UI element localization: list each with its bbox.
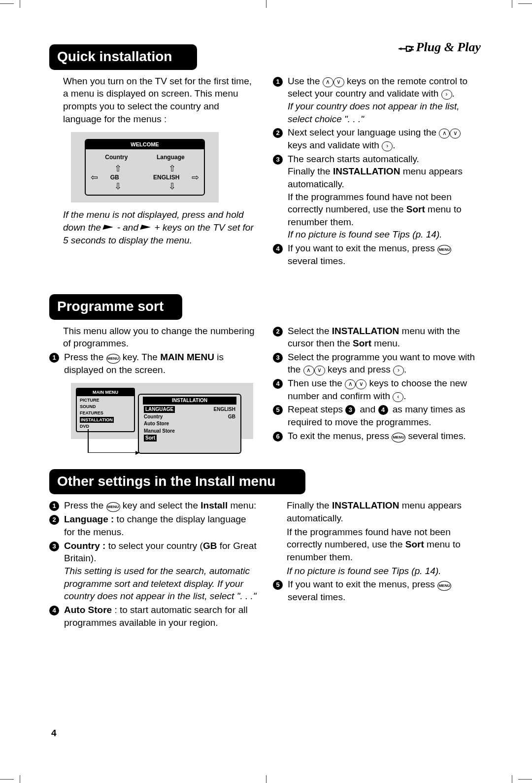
plug-and-play-label: Plug & Play (399, 38, 481, 56)
bullet-2-icon: 2 (49, 515, 59, 525)
step-1-note: If your country does not appear in the l… (288, 100, 481, 125)
bullet-5-icon: 5 (273, 580, 283, 590)
down-key-icon: ∨ (356, 379, 366, 389)
bullet-2-icon: 2 (273, 128, 283, 138)
volume-key-icon (103, 225, 114, 230)
menu-key-icon: MENU (392, 433, 405, 443)
menu-key-icon: MENU (106, 354, 120, 364)
up-arrow-icon: ⇧ (114, 164, 122, 173)
bullet-3-icon: 3 (273, 353, 283, 363)
bullet-1-icon: 1 (49, 501, 59, 511)
step-2: 2 Language : to change the display langu… (49, 513, 257, 538)
language-label: Language (157, 153, 185, 161)
bullet-5-icon: 5 (273, 405, 283, 415)
right-text-2: If the programmes found have not been co… (273, 526, 481, 564)
bullet-1-icon: 1 (49, 353, 59, 363)
right-key-icon: › (382, 141, 393, 151)
intro-text: When you turn on the TV set for the firs… (49, 75, 257, 126)
step-4: 4 If you want to exit the menus, press M… (273, 242, 481, 268)
connector-arrow-icon (88, 429, 139, 453)
section-other-settings: Other settings in the Install menu 1 Pre… (49, 469, 481, 630)
up-key-icon: ∧ (439, 129, 450, 138)
col-left: 1 Press the MENU key and select the Inst… (49, 499, 257, 630)
right-key-icon: › (393, 366, 404, 375)
bullet-2-icon: 2 (273, 327, 283, 337)
step-3: 3 The search starts automatically. Final… (273, 153, 481, 241)
country-value: GB (110, 173, 119, 181)
note-text: If the menu is not displayed, press and … (49, 208, 257, 246)
main-menu-items: PICTURE SOUND FEATURES INSTALLATION DVD (77, 396, 134, 432)
step-1: 1 Use the ∧∨ keys on the remote control … (273, 75, 481, 126)
bullet-6-icon: 6 (273, 432, 283, 442)
up-key-icon: ∧ (303, 366, 314, 375)
step-1: 1 Press the MENU key and select the Inst… (49, 499, 257, 512)
left-key-icon: ‹ (393, 392, 403, 402)
menu-key-icon: MENU (437, 245, 451, 255)
bullet-4-icon: 4 (378, 405, 388, 415)
bullet-4-icon: 4 (273, 379, 283, 389)
main-menu-box: MAIN MENU PICTURE SOUND FEATURES INSTALL… (76, 388, 135, 432)
section-title: Quick installation (49, 44, 197, 70)
page-number: 4 (51, 727, 57, 740)
bullet-3-icon: 3 (49, 542, 59, 551)
up-key-icon: ∧ (323, 77, 333, 87)
down-arrow-icon: ⇩ (168, 182, 176, 191)
down-key-icon: ∨ (450, 129, 461, 138)
up-arrow-icon: ⇧ (168, 164, 176, 173)
step-3-note: If no picture is found see Tips (p. 14). (288, 228, 481, 241)
step-3: 3 Country : to select your country (GB f… (49, 540, 257, 603)
installation-box: INSTALLATION LANGUAGEENGLISH CountryGB A… (138, 394, 241, 454)
step-4: 4 Then use the ∧∨ keys to choose the new… (273, 377, 481, 402)
bullet-4-icon: 4 (273, 244, 283, 254)
col-left: This menu allow you to change the number… (49, 325, 257, 443)
right-text: Finally the INSTALLATION menu appears au… (273, 499, 481, 524)
left-arrow-icon: ⇦ (91, 173, 98, 182)
volume-key-icon (141, 225, 152, 230)
section-quick-installation: Quick installation When you turn on the … (49, 44, 481, 269)
installation-title: INSTALLATION (143, 397, 236, 405)
step-5: 5 Repeat steps 3 and 4 as many times as … (273, 403, 481, 428)
welcome-title: WELCOME (86, 140, 204, 149)
welcome-menu-diagram: WELCOME Country Language ⇧ ⇧ ⇦ GB ENGLIS… (71, 132, 219, 203)
intro-text: This menu allow you to change the number… (49, 325, 257, 350)
down-key-icon: ∨ (333, 77, 344, 87)
step-4: 4 Auto Store : to start automatic search… (49, 604, 257, 629)
up-key-icon: ∧ (345, 379, 356, 389)
menu-key-icon: MENU (106, 502, 120, 512)
step-3-note: This setting is used for the search, aut… (64, 565, 257, 603)
step-3: 3 Select the programme you want to move … (273, 351, 481, 376)
plug-icon (399, 43, 417, 54)
country-label: Country (105, 153, 128, 161)
menu-key-icon: MENU (437, 581, 451, 591)
step-6: 6 To exit the menus, press MENU several … (273, 430, 481, 443)
menu-diagram: MAIN MENU PICTURE SOUND FEATURES INSTALL… (71, 383, 253, 439)
down-arrow-icon: ⇩ (114, 182, 122, 191)
right-arrow-icon: ⇨ (192, 173, 199, 182)
bullet-3-icon: 3 (273, 155, 283, 165)
col-left: When you turn on the TV set for the firs… (49, 75, 257, 269)
step-5: 5 If you want to exit the menus, press M… (273, 578, 481, 604)
section-title: Programme sort (49, 294, 182, 320)
section-programme-sort: Programme sort This menu allow you to ch… (49, 294, 481, 443)
col-right: Finally the INSTALLATION menu appears au… (273, 499, 481, 630)
main-menu-title: MAIN MENU (77, 389, 134, 396)
right-key-icon: › (441, 90, 452, 100)
bullet-3-icon: 3 (345, 405, 355, 415)
language-value: ENGLISH (153, 173, 179, 181)
bullet-4-icon: 4 (49, 606, 59, 615)
col-right: 2 Select the INSTALLATION menu with the … (273, 325, 481, 443)
col-right: 1 Use the ∧∨ keys on the remote control … (273, 75, 481, 269)
down-key-icon: ∨ (314, 366, 325, 375)
right-note: If no picture is found see Tips (p. 14). (273, 565, 481, 578)
section-title: Other settings in the Install menu (49, 469, 305, 495)
step-1: 1 Press the MENU key. The MAIN MENU is d… (49, 351, 257, 376)
bullet-1-icon: 1 (273, 77, 283, 87)
step-2: 2 Next select your language using the ∧∨… (273, 126, 481, 151)
step-2: 2 Select the INSTALLATION menu with the … (273, 325, 481, 350)
